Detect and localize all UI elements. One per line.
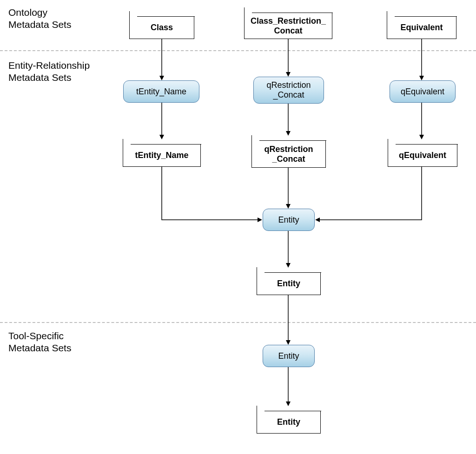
box-qrestriction-concat: qRestriction _Concat [251,141,326,168]
section-label-ontology: Ontology Metadata Sets [8,7,71,31]
section-label-tool: Tool-Specific Metadata Sets [8,330,71,355]
node-entity-mid: Entity [263,209,315,231]
diagram-canvas: Ontology Metadata Sets Entity-Relationsh… [0,0,476,454]
box-equivalent: Equivalent [387,17,456,39]
box-tentity-name: tEntity_Name [123,145,201,167]
node-qrestriction-concat: qRestriction _Concat [253,77,324,104]
node-qequivalent: qEquivalent [390,80,456,103]
box-class: Class [129,17,194,39]
node-entity-tool: Entity [263,345,315,367]
box-qequivalent: qEquivalent [388,145,457,167]
box-entity-mid: Entity [257,273,321,295]
divider-1 [0,50,476,51]
box-class-restriction-concat: Class_Restriction_ Concat [244,13,332,39]
box-entity-low: Entity [257,411,321,434]
divider-2 [0,322,476,323]
node-tentity-name: tEntity_Name [123,80,199,103]
section-label-er: Entity-Relationship Metadata Sets [8,59,90,84]
